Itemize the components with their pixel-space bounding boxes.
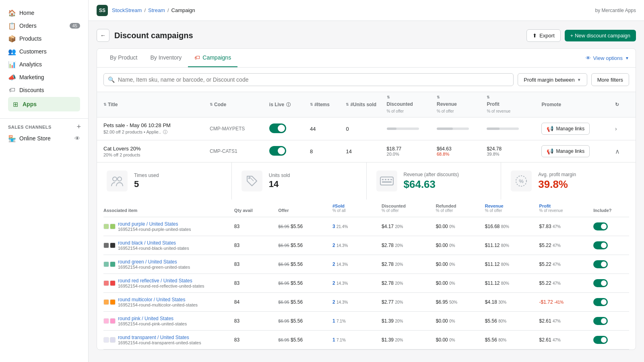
include-toggle-4[interactable]	[593, 298, 608, 306]
orders-badge: 45	[70, 23, 80, 29]
campaign-2-collapse[interactable]: ∧	[615, 148, 629, 155]
assoc-col-revenue: Revenue % of offer	[485, 204, 536, 213]
campaign-2-live-toggle[interactable]	[269, 146, 307, 157]
campaign-1-revenue	[437, 128, 483, 130]
campaign-2-items: 8	[310, 148, 343, 154]
breadcrumb-stockstream[interactable]: StockStream	[112, 7, 142, 13]
assoc-col-item: Associated item	[103, 208, 231, 213]
breadcrumb-stream[interactable]: Stream	[148, 7, 165, 13]
view-options-label: View options	[593, 55, 623, 61]
view-options-button[interactable]: 👁 View options ▼	[586, 55, 629, 61]
sidebar-item-label: Marketing	[19, 74, 44, 80]
col-items[interactable]: ⇅ #Items	[310, 102, 343, 107]
col-islive[interactable]: is Live ⓘ	[269, 102, 307, 108]
add-channel-button[interactable]: +	[74, 122, 83, 132]
col-title[interactable]: ⇅ Title	[103, 102, 206, 107]
page-header: ← Discount campaigns ⬆ Export + New disc…	[97, 29, 636, 42]
topbar: SS StockStream / Stream / Campaign by Me…	[89, 0, 644, 21]
sort-icon: ⇅	[103, 103, 107, 107]
home-icon: 🏠	[8, 9, 16, 17]
back-button[interactable]: ←	[97, 29, 109, 42]
manage-links-button-1[interactable]: 📢 Manage links	[541, 123, 590, 135]
percent-stat-icon: %	[511, 171, 532, 191]
chevron-up-icon[interactable]: ∧	[615, 148, 620, 155]
sort-icon: ⇅	[387, 95, 390, 100]
include-toggle-3[interactable]	[593, 279, 608, 287]
col-code[interactable]: ⇅ Code	[210, 102, 266, 107]
tab-by-inventory[interactable]: By Inventory	[144, 49, 188, 67]
svg-rect-8	[382, 181, 392, 183]
assoc-col-offer: Offer	[278, 208, 329, 213]
campaign-1-discounted	[387, 128, 433, 130]
sidebar-item-online-store[interactable]: 🏪 Online Store 👁	[5, 132, 83, 145]
times-used-label: Times used	[134, 173, 159, 178]
stat-times-used: Times used 5	[97, 162, 231, 200]
products-icon: 📦	[8, 35, 16, 43]
assoc-col-discounted: Discounted % of offer	[382, 204, 433, 213]
users-stat-icon	[107, 171, 128, 191]
sidebar-item-orders[interactable]: 📋 Orders 45	[5, 19, 83, 32]
include-toggle-1[interactable]	[593, 241, 608, 249]
campaign-1-manage[interactable]: 📢 Manage links	[541, 123, 612, 135]
more-filters-label: More filters	[597, 77, 623, 83]
svg-point-2	[248, 177, 250, 179]
col-units-sold[interactable]: ⇅ #Units sold	[346, 102, 383, 107]
table-header: ⇅ Title ⇅ Code is Live ⓘ ⇅ #Items ⇅ #Uni…	[97, 92, 636, 117]
sales-channels-label: SALES CHANNELS	[5, 123, 55, 131]
col-refresh[interactable]: ↻	[615, 102, 629, 107]
sidebar-item-discounts[interactable]: 🏷 Discounts	[5, 84, 83, 97]
info-icon-1[interactable]: ⓘ	[163, 130, 167, 134]
sidebar-item-customers[interactable]: 👥 Customers	[5, 45, 83, 58]
include-toggle-6[interactable]	[593, 336, 608, 344]
campaign-1-live-toggle[interactable]	[269, 123, 307, 134]
chevron-down-icon: ▼	[625, 56, 629, 60]
more-filters-button[interactable]: More filters	[591, 73, 629, 86]
campaign-1-expand[interactable]: ›	[615, 125, 629, 132]
export-button[interactable]: ⬆ Export	[526, 29, 561, 42]
megaphone-icon-2: 📢	[547, 148, 553, 154]
search-input[interactable]	[118, 76, 509, 83]
include-toggle-5[interactable]	[593, 317, 608, 325]
col-discounted[interactable]: ⇅ Discounted% of offer	[387, 95, 433, 114]
include-toggle-2[interactable]	[593, 260, 608, 268]
campaign-2-subtitle: 20% off 2 products	[103, 152, 206, 157]
units-sold-stat-value: 14	[269, 179, 290, 189]
sidebar-item-label: Customers	[19, 48, 47, 55]
assoc-row-0: round purple / United States 16952154-ro…	[103, 217, 629, 236]
campaign-row-2: Cat Lovers 20% 20% off 2 products CMP-CA…	[97, 140, 636, 162]
campaign-1-profit	[487, 128, 538, 130]
stats-row: Times used 5 Units sold 14	[97, 162, 636, 200]
col-revenue[interactable]: ⇅ Revenue% of offer	[437, 95, 483, 114]
sidebar-item-label: Analytics	[19, 61, 42, 68]
new-campaign-label: + New discount campaign	[570, 33, 630, 39]
chevron-right-icon[interactable]: ›	[615, 125, 617, 132]
campaign-1-code: CMP-MAYPETS	[210, 126, 266, 132]
col-profit[interactable]: ⇅ Profit% of revenue	[487, 95, 538, 114]
manage-links-button-2[interactable]: 📢 Manage links	[541, 145, 590, 157]
campaign-1-items: 44	[310, 126, 343, 132]
assoc-col-profit: Profit % of revenue	[539, 204, 590, 213]
search-wrap: 🔍	[103, 73, 514, 86]
analytics-icon: 📊	[8, 60, 16, 68]
tab-campaigns[interactable]: 🏷 Campaigns	[188, 49, 237, 67]
campaign-2-revenue: $64.63 68.8%	[437, 146, 483, 156]
campaign-1-units: 0	[346, 126, 383, 132]
tab-by-product[interactable]: By Product	[103, 49, 144, 67]
sidebar-item-apps[interactable]: ⊞ Apps	[8, 97, 80, 111]
include-toggle-0[interactable]	[593, 222, 608, 230]
sidebar-item-home[interactable]: 🏠 Home	[5, 6, 83, 19]
sidebar-item-marketing[interactable]: 📣 Marketing	[5, 71, 83, 84]
stat-profit-margin: % Avg. profit margin 39.8%	[501, 162, 636, 200]
sidebar-item-analytics[interactable]: 📊 Analytics	[5, 58, 83, 71]
sidebar-item-label: Products	[19, 35, 41, 42]
sort-icon: ⇅	[310, 103, 313, 107]
megaphone-icon: 📢	[547, 125, 553, 132]
profit-margin-filter-button[interactable]: Profit margin between ▼	[518, 73, 587, 86]
campaign-2-manage[interactable]: 📢 Manage links	[541, 145, 612, 157]
revenue-stat-value: $64.63	[404, 178, 459, 191]
assoc-col-sold[interactable]: #Sold % of all	[332, 204, 378, 213]
sidebar-item-products[interactable]: 📦 Products	[5, 32, 83, 45]
export-label: Export	[539, 33, 555, 39]
new-discount-campaign-button[interactable]: + New discount campaign	[565, 30, 636, 41]
profit-margin-label: Profit margin between	[524, 77, 574, 83]
